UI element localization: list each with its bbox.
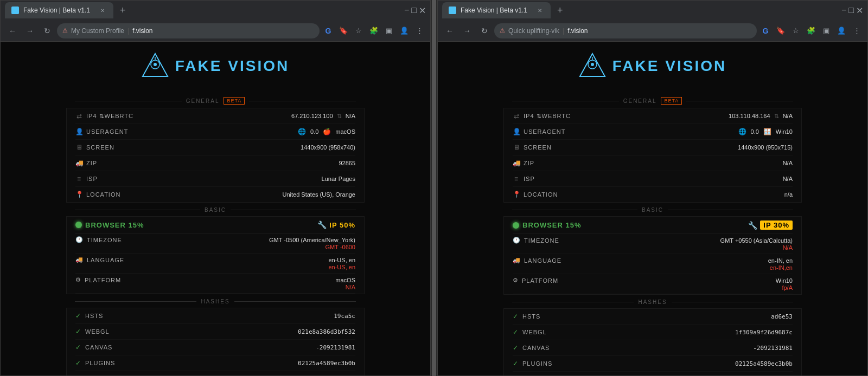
address-bar-1[interactable]: ⚠ My Custom Profile | f.vision	[57, 23, 320, 38]
maximize-btn-1[interactable]: □	[411, 5, 417, 16]
logo-section-2: FAKE VISION	[573, 47, 732, 85]
ip4-value-1: 67.210.123.100 ⇅ N/A	[151, 113, 355, 120]
isp-row-2: ≡ ISP N/A	[513, 171, 793, 187]
address-bar-2[interactable]: ⚠ Quick uplifting-vik | f.vision	[494, 23, 757, 38]
bookmark-icon-2[interactable]: 🔖	[774, 24, 787, 37]
language-icon-1: 🚚	[75, 256, 84, 263]
platform-row-1: ⚙ PLATFORM macOS N/A	[75, 274, 355, 294]
platform-values-2: Win10 fp/A	[589, 277, 793, 291]
ip-score-1: 🔧 IP 50%	[317, 221, 355, 229]
page-container-1: FAKE VISION GENERAL BETA ⇄ IP4 ⇅WEBRTC 6…	[66, 47, 365, 370]
useragent-value-1: 🌐 0.0 🍎 macOS	[151, 128, 355, 135]
bookmark-icon-1[interactable]: 🔖	[337, 24, 350, 37]
wrench-icon-2: 🔧	[748, 221, 758, 230]
minimize-btn-1[interactable]: −	[404, 5, 409, 16]
split-icon-1[interactable]: ▣	[382, 24, 395, 37]
minimize-btn-2[interactable]: −	[841, 5, 846, 16]
profile-icon-2[interactable]: 👤	[835, 24, 848, 37]
audio-row-1: ✓ AUDIO fc0004d250f1d6df	[75, 371, 355, 375]
location-icon-1: 📍	[75, 191, 83, 198]
menu-icon-2[interactable]: ⋮	[850, 24, 863, 37]
forward-btn-2[interactable]: →	[459, 23, 475, 38]
location-value-1: United States (US), Orange	[151, 191, 355, 198]
location-value-2: n/a	[589, 191, 793, 198]
canvas-check-2: ✓	[513, 344, 518, 352]
general-section-label-2: GENERAL BETA	[503, 97, 802, 105]
useragent-value-2: 🌐 0.0 🪟 Win10	[589, 128, 793, 135]
maximize-btn-2[interactable]: □	[848, 5, 854, 16]
isp-row-1: ≡ ISP Lunar Pages	[75, 171, 355, 187]
platform-icon-1: ⚙	[75, 276, 81, 283]
tab-favicon-1	[11, 7, 19, 14]
tab-close-2[interactable]: ✕	[535, 6, 544, 15]
timezone-row-2: 🕐 TIMEZONE GMT +0550 (Asia/Calcutta) N/A	[513, 234, 793, 254]
browser-score-1: BROWSER 15%	[75, 221, 144, 229]
ip4-row-2: ⇄ IP4 ⇅WEBRTC 103.110.48.164 ⇅ N/A	[513, 108, 793, 124]
platform-row-2: ⚙ PLATFORM Win10 fp/A	[513, 274, 793, 294]
hashes-section-label-1: HASHES	[66, 299, 365, 304]
security-icon-2: ⚠	[500, 27, 505, 34]
screen-value-2: 1440x900 (950x715)	[589, 144, 793, 151]
webgl-check-2: ✓	[513, 328, 518, 336]
toolbar-1: ← → ↻ ⚠ My Custom Profile | f.vision G 🔖…	[1, 20, 430, 42]
os-icon-1: 🍎	[323, 128, 331, 135]
timezone-row-1: 🕐 TIMEZONE GMT -0500 (America/New_York) …	[75, 234, 355, 254]
ip4-icon-2: ⇄	[513, 112, 520, 120]
general-card-2: ⇄ IP4 ⇅WEBRTC 103.110.48.164 ⇅ N/A 👤 USE…	[503, 108, 802, 203]
language-row-1: 🚚 LANGUAGE en-US, en en-US, en	[75, 254, 355, 274]
google-icon-2[interactable]: G	[759, 24, 772, 37]
isp-value-2: N/A	[589, 176, 793, 182]
zip-icon-2: 🚚	[513, 159, 520, 167]
beta-badge-1: BETA	[224, 97, 245, 105]
menu-icon-1[interactable]: ⋮	[413, 24, 426, 37]
tab-close-1[interactable]: ✕	[98, 6, 107, 15]
plugins-row-1: ✓ PLUGINS 02125a4589ec3b0b	[75, 355, 355, 371]
extension-icon-1[interactable]: 🧩	[367, 24, 380, 37]
green-dot-1	[75, 222, 82, 228]
star-icon-2[interactable]: ☆	[789, 24, 802, 37]
ip-score-highlighted-2: IP 30%	[760, 221, 793, 230]
isp-icon-2: ≡	[513, 175, 520, 183]
plugins-check-1: ✓	[75, 359, 81, 367]
new-tab-btn-1[interactable]: +	[116, 5, 130, 16]
back-btn-1[interactable]: ←	[5, 23, 20, 38]
extension-icon-2[interactable]: 🧩	[805, 24, 818, 37]
window-divider	[432, 0, 436, 376]
logo-svg-1	[142, 53, 169, 80]
page-content-2: FAKE VISION GENERAL BETA ⇄ IP4 ⇅WEBRTC 1…	[438, 42, 867, 375]
close-btn-2[interactable]: ✕	[856, 5, 863, 16]
green-dot-2	[513, 222, 519, 229]
hsts-check-1: ✓	[75, 312, 81, 320]
back-btn-2[interactable]: ←	[442, 23, 457, 38]
score-row-2: BROWSER 15% 🔧 IP 30%	[513, 217, 793, 234]
wrench-icon-1: 🔧	[317, 221, 327, 229]
toolbar-icons-1: G 🔖 ☆ 🧩 ▣ 👤 ⋮	[322, 24, 426, 37]
svg-point-10	[591, 63, 594, 66]
os-icon-2: 🪟	[763, 128, 771, 135]
zip-row-2: 🚚 ZIP N/A	[513, 155, 793, 171]
location-row-2: 📍 LOCATION n/a	[513, 187, 793, 202]
tab-2[interactable]: Fake Vision | Beta v1.1 ✕	[442, 2, 551, 18]
tab-1[interactable]: Fake Vision | Beta v1.1 ✕	[5, 2, 113, 18]
svg-point-7	[451, 10, 454, 12]
split-icon-2[interactable]: ▣	[820, 24, 833, 37]
star-icon-1[interactable]: ☆	[352, 24, 365, 37]
page-container-2: FAKE VISION GENERAL BETA ⇄ IP4 ⇅WEBRTC 1…	[503, 47, 802, 370]
general-card-1: ⇄ IP4 ⇅WEBRTC 67.210.123.100 ⇅ N/A 👤 USE…	[66, 108, 365, 203]
refresh-btn-1[interactable]: ↻	[40, 23, 55, 38]
audio-check-1: ✓	[75, 375, 81, 375]
google-icon-1[interactable]: G	[322, 24, 335, 37]
general-section-label-1: GENERAL BETA	[66, 97, 365, 105]
new-tab-btn-2[interactable]: +	[553, 5, 567, 16]
close-btn-1[interactable]: ✕	[419, 5, 426, 16]
profile-icon-1[interactable]: 👤	[398, 24, 411, 37]
tab-favicon-2	[449, 7, 456, 14]
isp-value-1: Lunar Pages	[151, 176, 355, 182]
forward-btn-1[interactable]: →	[22, 23, 37, 38]
security-icon-1: ⚠	[62, 27, 68, 34]
canvas-row-2: ✓ CANVAS -2092131981	[513, 340, 793, 356]
refresh-btn-2[interactable]: ↻	[477, 23, 492, 38]
hashes-section-label-2: HASHES	[503, 299, 802, 305]
logo-text-2: FAKE VISION	[612, 57, 726, 75]
isp-icon-1: ≡	[75, 175, 83, 183]
